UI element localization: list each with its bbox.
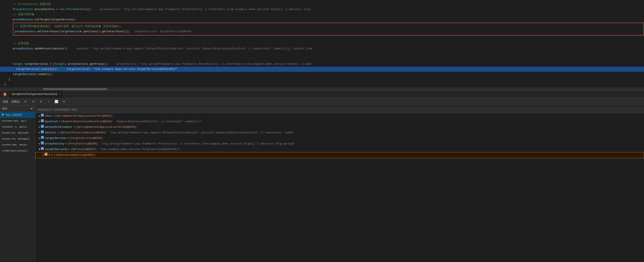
- code-line-1: // ProxyFactory 创建代理: [0, 2, 644, 7]
- thread-item-invoke62[interactable]: invoke:62, NativeM: [0, 130, 35, 136]
- code-line-brace-1: }: [0, 77, 644, 82]
- debug-panel: SpringDemoTestApplicationTest.testAop × …: [0, 90, 644, 261]
- var-eq-target-service1: =: [68, 147, 70, 152]
- red-box-highlight: // 设置代理对象实现的接口 （如果不设置，默认认为 代理目标对象 没有实现接口…: [13, 23, 644, 35]
- var-row-advisor[interactable]: ▶ ≡ advisor = {DefaultPointcutAdvisor@82…: [35, 130, 644, 135]
- debug-hint-proxy-factory: proxyFactory: "org.springframework.aop.f…: [100, 7, 315, 12]
- debug-hint-target-service: targetService: TargetService1@8205: [134, 29, 191, 34]
- code-line-7: Target targetService1 = (Target) proxyFa…: [0, 62, 644, 67]
- eval-bar[interactable]: 评估表达式(⌥)或添加监视(⌥⌘o): [35, 107, 644, 113]
- horizontal-scrollbar[interactable]: [0, 88, 644, 90]
- code-line-2: ProxyFactory proxyFactory = new ProxyFac…: [0, 7, 644, 12]
- code-line-empty-1: [0, 36, 644, 41]
- code-line-comment-interfaces: // 设置代理对象实现的接口 （如果不设置，默认认为 代理目标对象 没有实现接口…: [15, 24, 642, 29]
- var-name-advisor: advisor: [45, 130, 56, 135]
- debug-tab-label: SpringDemoTestApplicationTest.testAop: [12, 93, 57, 96]
- thread-item-invoke0[interactable]: invoke0:-1, Nativ: [0, 124, 35, 130]
- var-eq-this: =: [52, 114, 54, 118]
- toolbar-label-console: 控制台: [12, 100, 20, 104]
- var-ref-target-service1: {$Proxy134@8207}: [71, 147, 96, 152]
- thread-running-icon: [2, 114, 4, 116]
- var-name-method-interceptor: methodInterceptor: [45, 125, 72, 130]
- code-proxy-factory-new: ProxyFactory proxyFactory = new ProxyFac…: [13, 7, 92, 12]
- var-eq-target-service: =: [67, 136, 68, 141]
- variables-panel: 评估表达式(⌥)或添加监视(⌥⌘o) ▶ ≡ this = {SpringDem…: [35, 106, 644, 261]
- debug-toolbar: 试器 控制台 ≡ ⬆ ⬆ ↑ ⬜ ≡: [0, 98, 644, 106]
- var-desc-pointcut: "AspectJExpressionPointcut: () execution…: [114, 119, 201, 124]
- var-icon-advisor: ≡: [41, 130, 44, 133]
- expand-h[interactable]: ▶: [42, 153, 44, 157]
- var-name-this: this: [45, 114, 52, 118]
- threads-title: 线程: [2, 107, 7, 111]
- code-comment-set-target: // 设置代理对象: [13, 12, 34, 17]
- var-row-this[interactable]: ▶ ≡ this = {SpringDemoTestApplicationTes…: [35, 113, 644, 119]
- var-ref-this: {SpringDemoTestApplicationTest@8201}: [55, 114, 112, 118]
- code-line-3: // 设置代理对象: [0, 12, 644, 17]
- scrollbar-thumb[interactable]: [43, 88, 107, 90]
- expand-advisor[interactable]: ▶: [39, 130, 40, 135]
- toolbar-btn-resume[interactable]: ⬆: [31, 100, 35, 104]
- code-line-empty-2: [0, 51, 644, 56]
- code-submit: targetService1.submit();: [13, 72, 53, 77]
- code-line-empty-3: [0, 56, 644, 62]
- code-line-brace-2: }: [0, 82, 644, 87]
- var-row-h[interactable]: ▶ h h = {JdkDynamicAopProxy@10691}: [35, 152, 644, 158]
- var-row-target-service[interactable]: ▶ ≡ targetService = {TargetService1@8205…: [35, 135, 644, 141]
- thread-item-main[interactable]: "mai…正在运行: [0, 112, 35, 118]
- code-execute: targetService1.execute();: [13, 67, 58, 72]
- toolbar-btn-menu[interactable]: ≡: [23, 100, 28, 104]
- debug-tab-bar: SpringDemoTestApplicationTest.testAop ×: [0, 91, 644, 98]
- toolbar-btn-step-into[interactable]: ↑: [46, 100, 51, 104]
- toolbar-btn-step-over[interactable]: ⬆: [39, 100, 43, 104]
- code-set-target: proxyFactory.setTarget(targetService);: [13, 17, 76, 22]
- var-ref-target-service: {TargetService1@8205}: [69, 136, 103, 141]
- var-eq-h: =: [51, 153, 53, 157]
- expand-this[interactable]: ▶: [39, 114, 40, 118]
- code-line-set-interfaces: proxyFactory.setInterfaces(targetService…: [15, 29, 642, 34]
- code-add-advisor: proxyFactory.addAdvisor(advisor);: [13, 46, 68, 51]
- toolbar-btn-step-out[interactable]: ⬜: [54, 100, 58, 104]
- current-line-arrow: →: [12, 67, 14, 72]
- debug-hint-execute: targetService1: "com.example.demo.servic…: [66, 67, 177, 72]
- var-ref-h: {JdkDynamicAopProxy@10691}: [54, 153, 96, 157]
- debug-tab-close[interactable]: ×: [59, 93, 60, 96]
- var-desc-proxy-factory: "org.springframework.aop.framework.Proxy…: [100, 141, 294, 146]
- var-row-target-service1[interactable]: ▼ ≡ targetService1 = {$Proxy134@8207} "c…: [35, 147, 644, 152]
- var-ref-advisor: {DefaultPointcutAdvisor@8204}: [60, 130, 106, 135]
- thread-item-runReflective[interactable]: runReflectiveCall:: [0, 148, 35, 154]
- var-row-method-interceptor[interactable]: ▶ ≡ methodInterceptor = {SpringDemoTestA…: [35, 124, 644, 130]
- thread-item-invoke43[interactable]: invoke:43, Delegati: [0, 136, 35, 142]
- expand-proxy-factory[interactable]: ▶: [39, 141, 40, 146]
- filter-icon[interactable]: ▼: [30, 107, 33, 110]
- var-name-target-service: targetService: [45, 136, 66, 141]
- var-icon-target-service: ≡: [41, 136, 44, 139]
- debug-session-tab[interactable]: SpringDemoTestApplicationTest.testAop ×: [9, 91, 63, 98]
- var-row-proxy-factory[interactable]: ▶ ≡ proxyFactory = {ProxyFactory@8206} "…: [35, 141, 644, 147]
- toolbar-btn-more[interactable]: ≡: [62, 100, 66, 104]
- thread-item-testAop[interactable]: testAop:455, Spri: [0, 118, 35, 124]
- debug-main-area: 线程 ▼ "mai…正在运行 testAop:455, Spri invoke0…: [0, 106, 644, 261]
- thread-item-invoke566[interactable]: invoke:566, Metho: [0, 142, 35, 148]
- var-icon-pointcut: ≡: [41, 119, 44, 122]
- var-row-pointcut[interactable]: ▶ ≡ pointcut = {AspectJExpressionPointcu…: [35, 119, 644, 124]
- var-ref-proxy-factory: {ProxyFactory@8206}: [68, 141, 98, 146]
- var-icon-h: h: [44, 153, 48, 156]
- var-name-target-service1: targetService1: [45, 147, 68, 152]
- code-line-4: proxyFactory.setTarget(targetService);: [0, 17, 644, 22]
- code-line-submit: targetService1.submit();: [0, 72, 644, 77]
- var-name-h: h: [49, 153, 50, 157]
- expand-target-service[interactable]: ▶: [39, 136, 40, 141]
- var-icon-method-interceptor: ≡: [41, 125, 44, 128]
- debug-hint-get-proxy: proxyFactory: "org.springframework.aop.f…: [117, 62, 312, 67]
- var-name-proxy-factory: proxyFactory: [45, 141, 64, 146]
- expand-method-interceptor[interactable]: ▶: [39, 125, 40, 130]
- toolbar-label-tester: 试器: [2, 100, 8, 104]
- debug-status-icon: [4, 93, 6, 96]
- debug-icon: [2, 91, 8, 98]
- code-comment-advisor: // 设置切面: [13, 41, 29, 46]
- expand-target-service1[interactable]: ▼: [39, 147, 40, 152]
- var-desc-target-service1: "com.example.demo.service.TargetService1…: [98, 147, 180, 152]
- expand-pointcut[interactable]: ▶: [39, 119, 40, 124]
- var-eq-proxy-factory: =: [65, 141, 67, 146]
- code-set-interfaces: proxyFactory.setInterfaces(targetService…: [15, 29, 130, 34]
